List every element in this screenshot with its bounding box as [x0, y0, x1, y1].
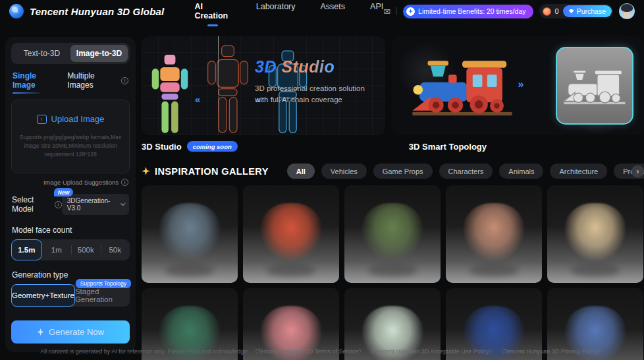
nav-api[interactable]: API [370, 0, 383, 26]
filters-scroll-right-button[interactable]: › [631, 165, 644, 177]
generate-label: Generate Now [49, 327, 104, 337]
select-model-label: Select Model i [12, 195, 62, 214]
divider [218, 36, 219, 135]
face-count-500k[interactable]: 500k [71, 239, 101, 260]
gem-icon [569, 9, 574, 14]
banner-smart-topology[interactable]: » [392, 36, 644, 135]
wireframe-train-frame [556, 47, 633, 125]
image-mode-tabs: Single Image Multiple Images i [13, 71, 128, 94]
filter-architecture[interactable]: Architecture [550, 164, 607, 179]
robot-dark-figure [203, 44, 252, 135]
face-count-1.5m[interactable]: 1.5m [11, 239, 42, 260]
upload-cta[interactable]: Upload Image [37, 114, 105, 124]
gallery-card-robot-crab[interactable] [547, 185, 643, 283]
purchase-button[interactable]: Purchase [563, 5, 612, 17]
colorful-train-image [406, 44, 518, 127]
filter-characters[interactable]: Characters [439, 164, 493, 179]
nav-laboratory[interactable]: Laboratory [256, 0, 296, 26]
main-nav: AI Creation Laboratory Assets API [194, 0, 383, 26]
header-right: ✉ Limited-time Benefits: 20 times/day 0 … [383, 3, 635, 19]
filter-animals[interactable]: Animals [499, 164, 543, 179]
filter-vehicles[interactable]: Vehicles [321, 164, 367, 179]
coin-icon [543, 7, 551, 16]
gallery-title: INSPIRATION GALLERY [142, 166, 269, 177]
gallery-header: INSPIRATION GALLERY All Vehicles Game Pr… [142, 164, 644, 179]
hunyuan-logo-icon[interactable] [9, 4, 24, 18]
sparkle-icon [37, 328, 44, 336]
creation-sidebar: Text-to-3D Image-to-3D Single Image Mult… [5, 37, 136, 352]
model-thumbnail [260, 203, 321, 262]
mail-icon[interactable]: ✉ [383, 7, 390, 16]
gallery-card-copper-mech-dragon[interactable] [446, 185, 542, 283]
studio-banner-subtitle: 3D professional creation solution with f… [255, 83, 373, 105]
gallery-grid [142, 185, 644, 360]
upload-icon [37, 115, 47, 124]
model-value: 3DGeneration-V3.0 [67, 197, 117, 212]
tab-text-to-3d[interactable]: Text-to-3D [13, 45, 70, 62]
banner-labels: 3D Studio coming soon 3D Smart Topology [142, 141, 644, 152]
acceptable-use-policy-link[interactable]: 《Tencent Hunyuan 3D Acceptable Use Polic… [367, 348, 495, 355]
filter-all[interactable]: All [287, 164, 315, 179]
user-avatar[interactable] [619, 3, 635, 19]
tab-single-image[interactable]: Single Image [13, 71, 58, 94]
top-bar: Tencent Hunyuan 3D Global AI Creation La… [0, 0, 644, 22]
coin-count: 0 [555, 7, 559, 15]
filter-game-props[interactable]: Game Props [373, 164, 433, 179]
mode-switcher: Text-to-3D Image-to-3D [11, 43, 130, 64]
model-select-row: Select Model i New 3DGeneration-V3.0 [12, 194, 129, 215]
info-icon: i [121, 179, 128, 186]
type-geometry-texture[interactable]: Geometry+Texture [11, 284, 75, 307]
arrow-right-icon: » [518, 78, 524, 90]
promo-banners: « « [142, 36, 644, 135]
model-thumbnail [463, 203, 524, 262]
topology-label-row: 3D Smart Topology [409, 141, 487, 152]
generate-now-button[interactable]: Generate Now [11, 320, 130, 344]
info-icon[interactable]: i [55, 201, 62, 208]
coming-soon-badge: coming soon [187, 141, 238, 152]
nav-assets[interactable]: Assets [321, 0, 346, 26]
model-thumbnail [159, 203, 220, 262]
studio-banner-text: 3D Studio 3D professional creation solut… [255, 57, 373, 105]
model-thumbnail [564, 203, 626, 262]
coin-balance: 0 Purchase [539, 4, 613, 18]
face-count-1m[interactable]: 1m [42, 239, 72, 260]
model-thumbnail [362, 203, 423, 262]
chevron-down-icon [121, 201, 126, 206]
generation-type-label: Generation type [12, 270, 129, 280]
nav-ai-creation[interactable]: AI Creation [194, 0, 230, 26]
wireframe-train-image [560, 58, 629, 113]
gallery-card-lava-battle-axe[interactable] [243, 185, 339, 283]
robot-parts-figure [148, 53, 192, 135]
gallery-card-green-mech-robot[interactable] [344, 185, 441, 283]
face-count-50k[interactable]: 50k [101, 239, 130, 260]
studio-banner-title: 3D Studio [255, 57, 373, 76]
upload-label: Upload Image [51, 114, 105, 124]
app-title: Tencent Hunyuan 3D Global [30, 6, 164, 17]
gallery-card-steampunk-whale-submarine[interactable] [142, 185, 238, 283]
app-window: Tencent Hunyuan 3D Global AI Creation La… [0, 0, 644, 360]
banner-3d-studio[interactable]: « « [142, 36, 385, 135]
footer-notice: All content is generated by AI for refer… [40, 348, 249, 355]
arrow-left-icon: « [194, 94, 201, 135]
face-count-selector: 1.5m 1m 500k 50k [11, 239, 130, 260]
benefits-label: Limited-time Benefits: 20 times/day [418, 7, 525, 15]
upload-hint: Supports png/jpg/jpeg/webp formats,Max i… [17, 133, 124, 158]
supports-topology-badge: Supports Topology [76, 279, 131, 288]
topology-label: 3D Smart Topology [409, 142, 487, 152]
tab-multiple-images[interactable]: Multiple Images i [67, 71, 128, 94]
generation-type-selector: Supports Topology Geometry+Texture Stage… [11, 284, 130, 307]
purchase-label: Purchase [577, 7, 606, 15]
info-icon[interactable]: i [121, 77, 128, 84]
model-dropdown[interactable]: New 3DGeneration-V3.0 [62, 194, 129, 215]
sparkles-icon [142, 167, 150, 175]
upload-dropzone[interactable]: Upload Image Supports png/jpg/jpeg/webp … [11, 100, 130, 173]
divider [396, 7, 397, 15]
terms-of-service-link[interactable]: 《Tencent Hunyuan 3D Terms of Service》 [252, 348, 364, 355]
studio-label: 3D Studio [142, 142, 182, 152]
tab-image-to-3d[interactable]: Image-to-3D [70, 45, 128, 62]
limited-benefits-badge[interactable]: Limited-time Benefits: 20 times/day [403, 5, 533, 18]
main-content: « « [142, 36, 644, 360]
legal-footer: All content is generated by AI for refer… [0, 347, 644, 356]
privacy-policy-link[interactable]: 《Tencent Hunyuan 3D Privacy Policy》 [498, 348, 604, 355]
upload-suggestions-link[interactable]: Image Upload Suggestions i [13, 179, 128, 186]
